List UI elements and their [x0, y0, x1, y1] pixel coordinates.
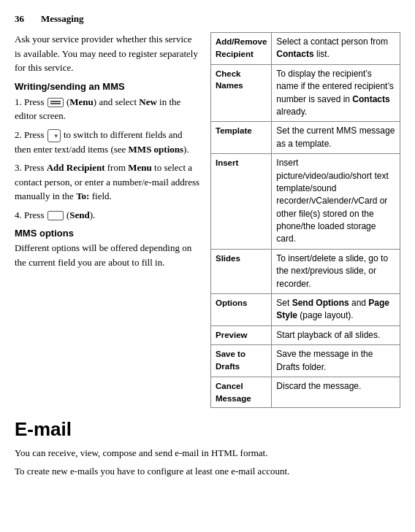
table-row: Save to DraftsSave the message in the Dr… [211, 345, 400, 377]
right-column: Add/Remove RecipientSelect a contact per… [210, 32, 400, 408]
table-cell-desc: Discard the message. [272, 377, 400, 407]
writing-heading: Writing/sending an MMS [15, 81, 200, 92]
table-cell-desc: Set the current MMS message as a templat… [272, 122, 400, 154]
table-cell-desc: Insert picture/video/audio/short text te… [272, 154, 400, 250]
table-cell-label: Options [211, 294, 272, 326]
options-table: Add/Remove RecipientSelect a contact per… [210, 32, 400, 408]
table-cell-label: Insert [211, 154, 272, 250]
step-2: 2. Press to switch to different fields a… [15, 128, 200, 157]
chapter-title: Messaging [41, 13, 84, 25]
page-number: 36 [15, 13, 41, 25]
table-row: OptionsSet Send Options and Page Style (… [211, 294, 400, 326]
steps-list: 1. Press (Menu) and select New in the ed… [15, 95, 200, 223]
switch-icon [47, 129, 61, 142]
table-row: Check NamesTo display the recipient’s na… [211, 64, 400, 122]
mms-options-text: Different options will be offered depend… [15, 241, 200, 269]
table-row: InsertInsert picture/video/audio/short t… [211, 154, 400, 250]
table-row: PreviewStart playback of all slides. [211, 325, 400, 344]
table-row: Add/Remove RecipientSelect a contact per… [211, 33, 400, 65]
table-cell-desc: Set Send Options and Page Style (page la… [272, 294, 400, 326]
step-1: 1. Press (Menu) and select New in the ed… [15, 95, 200, 123]
table-cell-label: Add/Remove Recipient [211, 33, 272, 65]
table-row: Cancel MessageDiscard the message. [211, 377, 400, 407]
table-cell-label: Slides [211, 249, 272, 293]
table-cell-label: Preview [211, 325, 272, 344]
table-cell-desc: Select a contact person from Contacts li… [272, 33, 400, 65]
table-cell-desc: Save the message in the Drafts folder. [272, 345, 400, 377]
step-4: 4. Press (Send). [15, 208, 200, 223]
table-cell-label: Check Names [211, 64, 272, 122]
table-cell-desc: To insert/delete a slide, go to the next… [272, 249, 400, 293]
table-cell-desc: Start playback of all slides. [272, 325, 400, 344]
table-cell-desc: To display the recipient’s name if the e… [272, 64, 400, 122]
email-para2: To create new e-mails you have to config… [15, 464, 400, 479]
left-column: Ask your service provider whether this s… [15, 32, 200, 408]
mms-options-heading: MMS options [15, 228, 200, 239]
email-section: E-mail You can receive, view, compose an… [15, 418, 400, 478]
menu-icon [47, 98, 64, 107]
email-para1: You can receive, view, compose and send … [15, 446, 400, 460]
table-row: SlidesTo insert/delete a slide, go to th… [211, 249, 400, 293]
table-cell-label: Template [211, 122, 272, 154]
email-heading: E-mail [15, 418, 400, 441]
table-cell-label: Cancel Message [211, 377, 272, 407]
table-cell-label: Save to Drafts [211, 345, 272, 377]
table-row: TemplateSet the current MMS message as a… [211, 122, 400, 154]
step-3: 3. Press Add Recipient from Menu to sele… [15, 161, 200, 204]
send-icon [47, 211, 64, 220]
intro-text: Ask your service provider whether this s… [15, 32, 200, 75]
